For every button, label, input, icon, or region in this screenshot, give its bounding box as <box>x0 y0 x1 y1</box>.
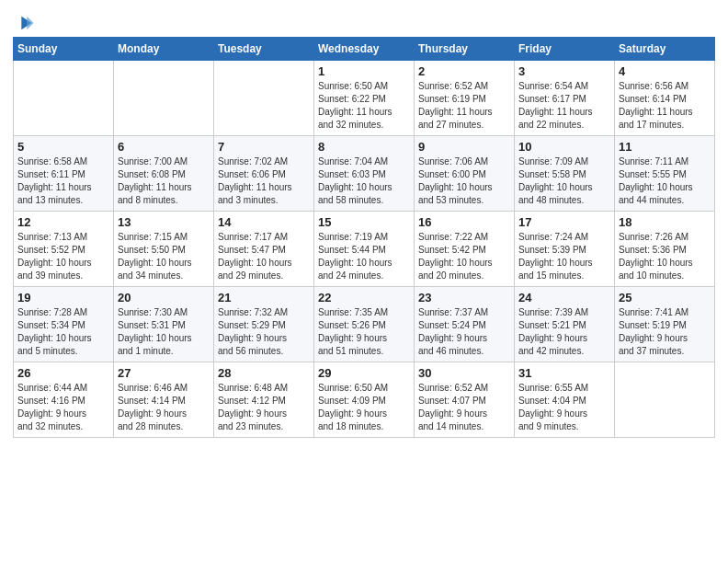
weekday-header-row: SundayMondayTuesdayWednesdayThursdayFrid… <box>14 38 715 61</box>
day-info: Sunrise: 7:35 AM Sunset: 5:26 PM Dayligh… <box>318 306 410 358</box>
calendar-cell: 7Sunrise: 7:02 AM Sunset: 6:06 PM Daylig… <box>214 136 314 212</box>
day-number: 27 <box>118 366 210 380</box>
day-number: 19 <box>17 291 109 304</box>
day-number: 14 <box>218 215 310 229</box>
day-number: 15 <box>318 215 410 229</box>
day-number: 3 <box>518 64 610 78</box>
day-number: 17 <box>518 215 610 229</box>
day-info: Sunrise: 7:19 AM Sunset: 5:44 PM Dayligh… <box>318 231 410 282</box>
day-number: 5 <box>17 140 109 154</box>
day-info: Sunrise: 7:11 AM Sunset: 5:55 PM Dayligh… <box>619 155 711 207</box>
day-number: 2 <box>418 64 510 78</box>
calendar-cell: 4Sunrise: 6:56 AM Sunset: 6:14 PM Daylig… <box>615 61 715 136</box>
calendar-cell: 22Sunrise: 7:35 AM Sunset: 5:26 PM Dayli… <box>314 287 415 362</box>
calendar-cell: 30Sunrise: 6:52 AM Sunset: 4:07 PM Dayli… <box>415 362 515 438</box>
day-number: 12 <box>17 215 109 229</box>
logo-icon <box>15 13 35 33</box>
day-info: Sunrise: 6:56 AM Sunset: 6:14 PM Dayligh… <box>619 80 711 132</box>
day-number: 25 <box>619 291 711 304</box>
calendar-week-5: 26Sunrise: 6:44 AM Sunset: 4:16 PM Dayli… <box>14 362 715 438</box>
day-info: Sunrise: 6:54 AM Sunset: 6:17 PM Dayligh… <box>518 80 610 132</box>
day-info: Sunrise: 6:58 AM Sunset: 6:11 PM Dayligh… <box>17 155 109 207</box>
calendar-cell: 1Sunrise: 6:50 AM Sunset: 6:22 PM Daylig… <box>314 61 415 136</box>
calendar-cell: 27Sunrise: 6:46 AM Sunset: 4:14 PM Dayli… <box>114 362 214 438</box>
day-number: 7 <box>218 140 310 154</box>
calendar-cell: 28Sunrise: 6:48 AM Sunset: 4:12 PM Dayli… <box>214 362 314 438</box>
day-number: 16 <box>418 215 510 229</box>
calendar-cell: 20Sunrise: 7:30 AM Sunset: 5:31 PM Dayli… <box>114 287 214 362</box>
calendar-week-4: 19Sunrise: 7:28 AM Sunset: 5:34 PM Dayli… <box>14 287 715 362</box>
calendar-body: 1Sunrise: 6:50 AM Sunset: 6:22 PM Daylig… <box>14 61 715 438</box>
day-info: Sunrise: 7:28 AM Sunset: 5:34 PM Dayligh… <box>17 306 109 358</box>
calendar-cell <box>615 362 715 438</box>
calendar-cell: 16Sunrise: 7:22 AM Sunset: 5:42 PM Dayli… <box>415 212 515 287</box>
logo <box>13 13 35 33</box>
day-info: Sunrise: 6:46 AM Sunset: 4:14 PM Dayligh… <box>118 382 210 433</box>
day-info: Sunrise: 7:22 AM Sunset: 5:42 PM Dayligh… <box>418 231 510 282</box>
day-number: 8 <box>318 140 410 154</box>
day-info: Sunrise: 6:50 AM Sunset: 4:09 PM Dayligh… <box>318 382 410 433</box>
calendar-cell <box>214 61 314 136</box>
weekday-header-friday: Friday <box>515 38 615 61</box>
calendar-week-3: 12Sunrise: 7:13 AM Sunset: 5:52 PM Dayli… <box>14 212 715 287</box>
calendar-cell: 26Sunrise: 6:44 AM Sunset: 4:16 PM Dayli… <box>14 362 114 438</box>
day-info: Sunrise: 7:30 AM Sunset: 5:31 PM Dayligh… <box>118 306 210 358</box>
calendar-cell: 17Sunrise: 7:24 AM Sunset: 5:39 PM Dayli… <box>515 212 615 287</box>
calendar-week-2: 5Sunrise: 6:58 AM Sunset: 6:11 PM Daylig… <box>14 136 715 212</box>
day-number: 23 <box>418 291 510 304</box>
calendar-cell: 29Sunrise: 6:50 AM Sunset: 4:09 PM Dayli… <box>314 362 415 438</box>
day-info: Sunrise: 7:39 AM Sunset: 5:21 PM Dayligh… <box>518 306 610 358</box>
calendar-cell: 9Sunrise: 7:06 AM Sunset: 6:00 PM Daylig… <box>415 136 515 212</box>
weekday-header-wednesday: Wednesday <box>314 38 415 61</box>
calendar-cell: 13Sunrise: 7:15 AM Sunset: 5:50 PM Dayli… <box>114 212 214 287</box>
day-number: 30 <box>418 366 510 380</box>
calendar-cell: 15Sunrise: 7:19 AM Sunset: 5:44 PM Dayli… <box>314 212 415 287</box>
day-info: Sunrise: 7:04 AM Sunset: 6:03 PM Dayligh… <box>318 155 410 207</box>
svg-marker-1 <box>27 17 33 30</box>
day-number: 13 <box>118 215 210 229</box>
calendar-cell: 3Sunrise: 6:54 AM Sunset: 6:17 PM Daylig… <box>515 61 615 136</box>
day-number: 20 <box>118 291 210 304</box>
day-number: 1 <box>318 64 410 78</box>
weekday-header-saturday: Saturday <box>615 38 715 61</box>
day-info: Sunrise: 6:48 AM Sunset: 4:12 PM Dayligh… <box>218 382 310 433</box>
header-row <box>13 9 715 33</box>
day-number: 6 <box>118 140 210 154</box>
day-info: Sunrise: 7:02 AM Sunset: 6:06 PM Dayligh… <box>218 155 310 207</box>
calendar-week-1: 1Sunrise: 6:50 AM Sunset: 6:22 PM Daylig… <box>14 61 715 136</box>
day-info: Sunrise: 7:06 AM Sunset: 6:00 PM Dayligh… <box>418 155 510 207</box>
day-info: Sunrise: 7:09 AM Sunset: 5:58 PM Dayligh… <box>518 155 610 207</box>
calendar-cell: 25Sunrise: 7:41 AM Sunset: 5:19 PM Dayli… <box>615 287 715 362</box>
calendar-cell: 31Sunrise: 6:55 AM Sunset: 4:04 PM Dayli… <box>515 362 615 438</box>
day-info: Sunrise: 7:17 AM Sunset: 5:47 PM Dayligh… <box>218 231 310 282</box>
calendar-cell <box>114 61 214 136</box>
day-number: 28 <box>218 366 310 380</box>
day-info: Sunrise: 7:41 AM Sunset: 5:19 PM Dayligh… <box>619 306 711 358</box>
calendar-cell: 11Sunrise: 7:11 AM Sunset: 5:55 PM Dayli… <box>615 136 715 212</box>
day-info: Sunrise: 6:50 AM Sunset: 6:22 PM Dayligh… <box>318 80 410 132</box>
day-number: 26 <box>17 366 109 380</box>
weekday-header-thursday: Thursday <box>415 38 515 61</box>
weekday-header-tuesday: Tuesday <box>214 38 314 61</box>
day-number: 21 <box>218 291 310 304</box>
calendar-cell: 8Sunrise: 7:04 AM Sunset: 6:03 PM Daylig… <box>314 136 415 212</box>
calendar-cell: 19Sunrise: 7:28 AM Sunset: 5:34 PM Dayli… <box>14 287 114 362</box>
day-info: Sunrise: 7:37 AM Sunset: 5:24 PM Dayligh… <box>418 306 510 358</box>
day-number: 4 <box>619 64 711 78</box>
day-info: Sunrise: 7:24 AM Sunset: 5:39 PM Dayligh… <box>518 231 610 282</box>
calendar-cell: 6Sunrise: 7:00 AM Sunset: 6:08 PM Daylig… <box>114 136 214 212</box>
day-info: Sunrise: 6:55 AM Sunset: 4:04 PM Dayligh… <box>518 382 610 433</box>
day-number: 29 <box>318 366 410 380</box>
day-info: Sunrise: 6:44 AM Sunset: 4:16 PM Dayligh… <box>17 382 109 433</box>
weekday-header-sunday: Sunday <box>14 38 114 61</box>
calendar-cell: 14Sunrise: 7:17 AM Sunset: 5:47 PM Dayli… <box>214 212 314 287</box>
calendar-cell: 2Sunrise: 6:52 AM Sunset: 6:19 PM Daylig… <box>415 61 515 136</box>
day-info: Sunrise: 7:32 AM Sunset: 5:29 PM Dayligh… <box>218 306 310 358</box>
calendar-cell <box>14 61 114 136</box>
day-info: Sunrise: 7:00 AM Sunset: 6:08 PM Dayligh… <box>118 155 210 207</box>
day-info: Sunrise: 7:13 AM Sunset: 5:52 PM Dayligh… <box>17 231 109 282</box>
calendar-cell: 24Sunrise: 7:39 AM Sunset: 5:21 PM Dayli… <box>515 287 615 362</box>
day-number: 24 <box>518 291 610 304</box>
day-info: Sunrise: 7:15 AM Sunset: 5:50 PM Dayligh… <box>118 231 210 282</box>
day-number: 22 <box>318 291 410 304</box>
